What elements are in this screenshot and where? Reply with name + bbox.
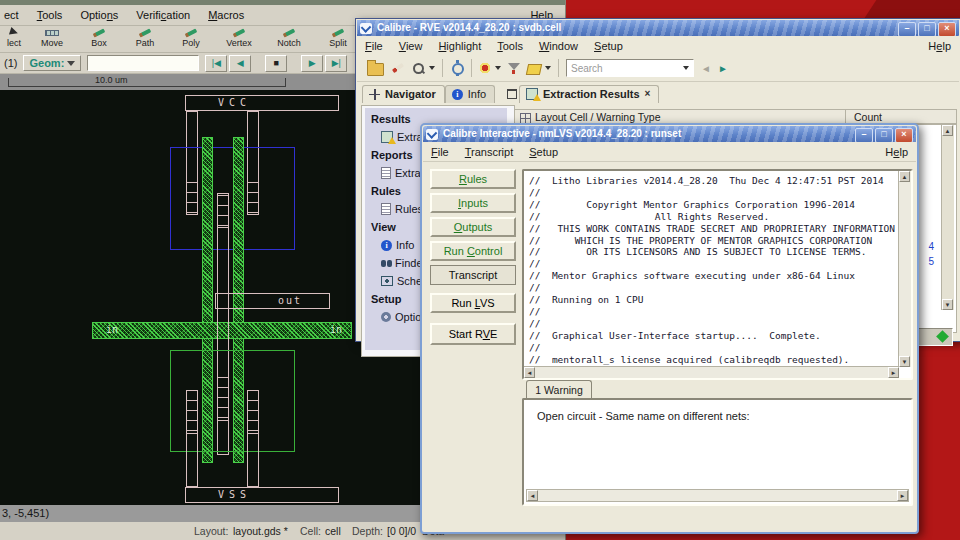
run-lvs-button[interactable]: Run LVS [430,293,516,313]
search-next-icon[interactable]: ► [718,63,728,74]
notch-icon [282,28,296,37]
path-icon [138,28,152,37]
cell-label: Cell: [300,522,321,540]
navigator-compass-icon [369,89,380,100]
transcript-horizontal-scrollbar[interactable]: ◄ ► [524,366,899,378]
highlight-brush-icon[interactable] [391,61,405,75]
contact-stack [217,195,229,228]
menu-help[interactable]: Help [885,146,908,158]
run-control-button[interactable]: Run Control [430,241,516,261]
info-icon [452,89,463,100]
menu-setup[interactable]: Setup [529,146,558,158]
menu-transcript[interactable]: Transcript [465,146,514,158]
tool-move-button[interactable]: Move [28,26,76,52]
minimize-button[interactable]: – [898,22,916,36]
close-button[interactable]: × [895,128,913,142]
tool-label: Vertex [226,38,252,48]
menu-view[interactable]: View [399,40,423,52]
menu-setup[interactable]: Setup [594,40,623,52]
close-button[interactable]: × [938,22,956,36]
tree-item-label: Info [396,236,414,254]
vcc-rail [185,95,339,111]
tab-info[interactable]: Info [445,85,495,103]
warnings-box[interactable]: Open circuit - Same name on different ne… [522,398,913,506]
menu-help[interactable]: Help [928,40,951,52]
transcript-vertical-scrollbar[interactable]: ▲ ▼ [898,171,911,367]
maximize-button[interactable]: □ [918,22,936,36]
info-icon [381,240,392,251]
float-pane-icon[interactable] [507,89,517,99]
contact-stack [247,390,259,434]
next-frame-button[interactable]: ▶ [301,55,323,72]
select-cursor-icon [7,28,21,37]
menu-window[interactable]: Window [539,40,578,52]
menu-macros[interactable]: Macros [208,9,244,21]
geom-input[interactable] [87,55,199,71]
close-tab-icon[interactable]: × [645,90,651,98]
clear-highlight-filter-icon[interactable] [508,62,520,74]
menu-file[interactable]: File [365,40,383,52]
prev-frame-button[interactable]: ◀ [229,55,251,72]
interactive-window-title: Calibre Interactive - nmLVS v2014.4_28.2… [443,128,681,139]
tool-select-button[interactable]: lect [0,26,28,52]
in-label-left: in [106,324,118,335]
start-rve-button[interactable]: Start RVE [430,323,516,345]
chevron-down-icon[interactable] [545,66,551,70]
search-input[interactable]: Search [566,59,694,77]
zoom-search-icon[interactable] [412,62,425,75]
transcript-output[interactable]: // Litho Libraries v2014.4_28.20 Thu Dec… [522,169,913,380]
maximize-button[interactable]: □ [875,128,893,142]
tag-icon[interactable] [526,64,542,75]
tool-poly-button[interactable]: Poly [168,26,214,52]
transcript-text: // Litho Libraries v2014.4_28.20 Thu Dec… [529,175,895,377]
chevron-down-icon[interactable] [495,66,501,70]
tab-warnings[interactable]: 1 Warning [526,380,592,399]
minimize-button[interactable]: – [855,128,873,142]
transcript-button[interactable]: Transcript [430,265,516,285]
layout-file-value: layout.gds * [233,522,288,540]
tool-label: Poly [182,38,200,48]
inputs-button[interactable]: Inputs [430,193,516,213]
menu-tools[interactable]: Tools [37,9,63,21]
count-value[interactable]: 5 [928,256,934,267]
tool-vertex-button[interactable]: Vertex [214,26,264,52]
menu-select[interactable]: ect [4,9,19,21]
open-folder-icon[interactable] [367,63,384,76]
depth-value: [0 0]/0 [387,522,416,540]
tab-extraction-results[interactable]: Extraction Results × [519,85,659,103]
geom-dropdown[interactable]: Geom: [23,55,81,71]
rve-titlebar[interactable]: Calibre - RVE v2014.4_28.20 : svdb.cell … [357,20,959,36]
highlight-results-icon[interactable] [479,62,491,74]
settings-gear-icon[interactable] [450,61,464,75]
tool-path-button[interactable]: Path [122,26,168,52]
tool-box-button[interactable]: Box [76,26,122,52]
chevron-down-icon[interactable] [429,66,435,70]
tab-label: Extraction Results [543,88,640,100]
menu-verification[interactable]: Verification [136,9,190,21]
menu-file[interactable]: File [431,146,449,158]
tab-label: Info [468,88,486,100]
results-table-header[interactable]: Layout Cell / Warning Type Count [514,109,957,124]
results-vertical-scrollbar[interactable]: ▲ ▼ [941,125,954,310]
schematic-icon [381,276,393,286]
stop-button[interactable]: ■ [265,55,287,72]
menu-options[interactable]: Options [80,9,118,21]
vertex-icon [232,28,246,37]
search-prev-icon[interactable]: ◄ [701,63,711,74]
results-pane-tabs: Extraction Results × [519,85,659,103]
tab-navigator[interactable]: Navigator [362,85,445,103]
column-header-count: Count [845,110,882,123]
chevron-down-icon[interactable] [683,66,689,70]
tool-notch-button[interactable]: Notch [264,26,314,52]
box-icon [92,28,106,37]
outputs-button[interactable]: Outputs [430,217,516,237]
rules-button[interactable]: Rules [430,169,516,189]
menu-highlight[interactable]: Highlight [438,40,481,52]
geom-label: Geom: [29,57,64,69]
interactive-titlebar[interactable]: Calibre Interactive - nmLVS v2014.4_28.2… [423,126,916,142]
first-frame-button[interactable]: |◀ [205,55,227,72]
count-value[interactable]: 4 [928,241,934,252]
menu-tools[interactable]: Tools [497,40,523,52]
last-frame-button[interactable]: ▶| [325,55,347,72]
warnings-horizontal-scrollbar[interactable]: ◄ ► [526,489,909,502]
